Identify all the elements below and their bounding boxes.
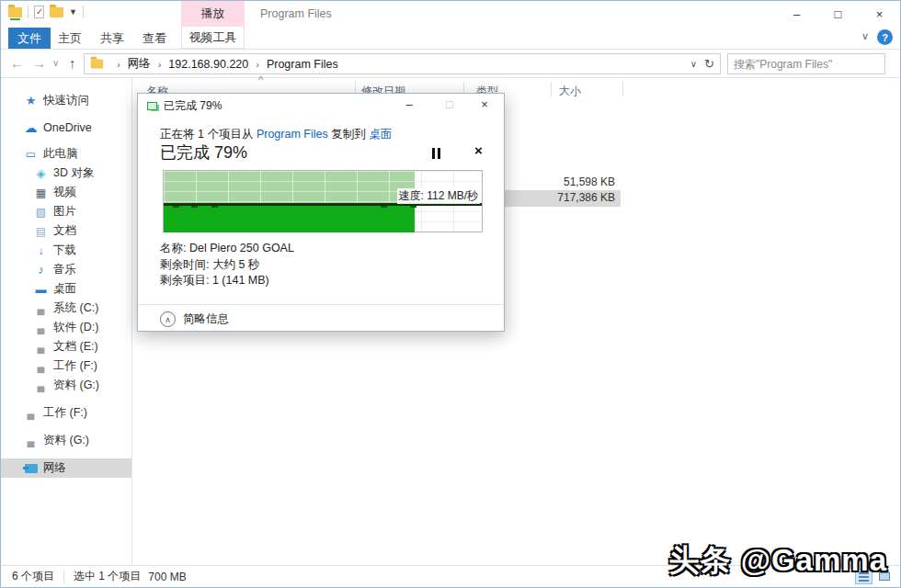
selection-size: 700 MB	[148, 571, 186, 583]
divider	[138, 304, 504, 305]
sidebar-item-drive-c[interactable]: ▄系统 (C:)	[1, 299, 131, 318]
dialog-minimize-button[interactable]: –	[399, 97, 419, 111]
search-box[interactable]	[727, 53, 885, 74]
sidebar-item-label: 图片	[53, 204, 76, 220]
source-folder-link[interactable]: Program Files	[257, 128, 328, 141]
sidebar-item-pictures[interactable]: ▧图片	[1, 202, 131, 221]
speed-dip-mark	[381, 206, 387, 208]
pause-button[interactable]	[430, 148, 443, 160]
details-toggle[interactable]: ∧ 简略信息	[160, 311, 229, 327]
close-button[interactable]: ×	[859, 1, 900, 27]
maximize-button[interactable]: □	[817, 1, 859, 27]
column-divider[interactable]	[551, 82, 552, 96]
column-header-size[interactable]: 大小	[559, 84, 581, 99]
items-remaining-line: 剩余项目: 1 (141 MB)	[160, 273, 269, 288]
sidebar-item-label: OneDrive	[43, 121, 92, 134]
breadcrumb-separator[interactable]: ›	[250, 59, 265, 70]
forward-button[interactable]: →	[32, 55, 46, 71]
minimize-button[interactable]: –	[776, 1, 817, 27]
cube-icon: ◈	[33, 166, 49, 180]
new-folder-icon[interactable]	[50, 7, 63, 17]
breadcrumb-item[interactable]: 网络	[126, 56, 153, 72]
window-titlebar: ▼ 播放 Program Files – □ ×	[1, 1, 900, 27]
cancel-copy-button[interactable]: ×	[474, 142, 483, 158]
sidebar-item-this-pc[interactable]: ▭此电脑	[1, 144, 131, 164]
tab-view[interactable]: 查看	[143, 30, 166, 47]
copy-description-text: 复制到	[328, 128, 369, 141]
sidebar-item-label: 视频	[53, 185, 76, 200]
recent-locations-arrow[interactable]: ∨	[52, 58, 59, 68]
file-row-size[interactable]: 717,386 KB	[497, 190, 615, 206]
sidebar-item-onedrive[interactable]: ☁OneDrive	[1, 118, 131, 137]
sidebar-item-quick-access[interactable]: ★快速访问	[1, 91, 131, 110]
window-folder-icon	[8, 7, 22, 17]
drive-icon: ▄	[33, 322, 49, 334]
breadcrumb-separator[interactable]: ›	[111, 59, 126, 70]
sidebar-item-label: 工作 (F:)	[43, 405, 87, 421]
help-icon[interactable]: ?	[877, 29, 893, 45]
dialog-maximize-button[interactable]: □	[439, 97, 460, 111]
address-dropdown-arrow[interactable]: ∨	[690, 59, 697, 69]
tab-share[interactable]: 共享	[100, 30, 124, 47]
sidebar-item-drive-d[interactable]: ▄软件 (D:)	[1, 318, 131, 337]
tab-video-tools[interactable]: 视频工具	[181, 27, 245, 49]
items-count: 6 个项目	[1, 569, 54, 584]
copy-files-icon	[147, 102, 157, 110]
refresh-icon[interactable]: ↻	[704, 57, 714, 71]
properties-icon[interactable]	[34, 6, 44, 18]
sidebar-item-videos[interactable]: ▦视频	[1, 183, 131, 202]
copy-description: 正在将 1 个项目从 Program Files 复制到 桌面	[160, 127, 392, 142]
sidebar-item-work-f[interactable]: ▄工作 (F:)	[1, 403, 131, 423]
sidebar-item-drive-f[interactable]: ▄工作 (F:)	[1, 356, 131, 376]
breadcrumb-item[interactable]: 192.168.90.220	[166, 58, 250, 71]
address-bar[interactable]: ›网络›192.168.90.220›Program Files ∨ ↻	[84, 53, 721, 74]
sidebar-item-downloads[interactable]: ↓下载	[1, 241, 131, 260]
sort-ascending-icon[interactable]: ^	[258, 74, 263, 85]
speed-dip-mark	[211, 206, 218, 208]
chevron-down-icon[interactable]: ∨	[861, 30, 869, 42]
sidebar-item-documents[interactable]: ▤文档	[1, 221, 131, 241]
copy-description-text: 正在将 1 个项目从	[160, 128, 257, 141]
dialog-close-button[interactable]: ×	[474, 97, 495, 111]
download-icon: ↓	[33, 244, 49, 257]
star-icon: ★	[23, 94, 39, 107]
divider	[83, 6, 84, 18]
network-icon	[23, 464, 39, 473]
column-divider[interactable]	[622, 82, 623, 96]
breadcrumb-separator[interactable]: ›	[153, 59, 167, 70]
sidebar-item-label: 文档	[53, 223, 76, 239]
search-input[interactable]	[728, 58, 882, 71]
sidebar-item-label: 桌面	[53, 281, 76, 297]
sidebar-item-label: 文档 (E:)	[53, 339, 98, 355]
copy-progress-dialog: 已完成 79% – □ × 正在将 1 个项目从 Program Files 复…	[137, 93, 505, 332]
picture-icon: ▧	[33, 206, 49, 219]
sidebar-item-label: 软件 (D:)	[53, 320, 98, 335]
drive-icon: ▄	[33, 303, 49, 314]
window-controls: – □ ×	[776, 1, 900, 27]
breadcrumb-item[interactable]: Program Files	[265, 58, 340, 71]
speed-dip-mark	[191, 206, 198, 208]
tab-file[interactable]: 文件	[8, 28, 51, 49]
navigation-pane: ★快速访问☁OneDrive▭此电脑◈3D 对象▦视频▧图片▤文档↓下载♪音乐▬…	[1, 78, 132, 567]
qat-dropdown-arrow[interactable]: ▼	[69, 7, 77, 17]
sidebar-item-3d-objects[interactable]: ◈3D 对象	[1, 164, 131, 183]
music-icon: ♪	[33, 263, 49, 277]
back-button[interactable]: ←	[10, 55, 24, 71]
sidebar-item-desktop[interactable]: ▬桌面	[1, 279, 131, 299]
up-button[interactable]: ↑	[69, 55, 76, 71]
sidebar-item-drive-g[interactable]: ▄资料 (G:)	[1, 376, 131, 395]
breadcrumb: ›网络›192.168.90.220›Program Files	[111, 56, 340, 72]
file-row-size[interactable]: 51,598 KB	[497, 175, 615, 190]
sidebar-item-network[interactable]: 网络	[1, 458, 131, 478]
speed-dip-mark	[410, 206, 416, 208]
destination-folder-link[interactable]: 桌面	[369, 128, 392, 141]
tab-home[interactable]: 主页	[58, 30, 82, 47]
drive-icon: ▄	[33, 380, 49, 391]
location-folder-icon	[91, 60, 104, 69]
drive-icon: ▄	[33, 361, 49, 372]
contextual-group-play[interactable]: 播放	[181, 1, 245, 27]
sidebar-item-drive-e[interactable]: ▄文档 (E:)	[1, 337, 131, 356]
sidebar-item-music[interactable]: ♪音乐	[1, 260, 131, 279]
doc-icon: ▤	[33, 225, 49, 238]
sidebar-item-data-g[interactable]: ▄资料 (G:)	[1, 431, 131, 450]
